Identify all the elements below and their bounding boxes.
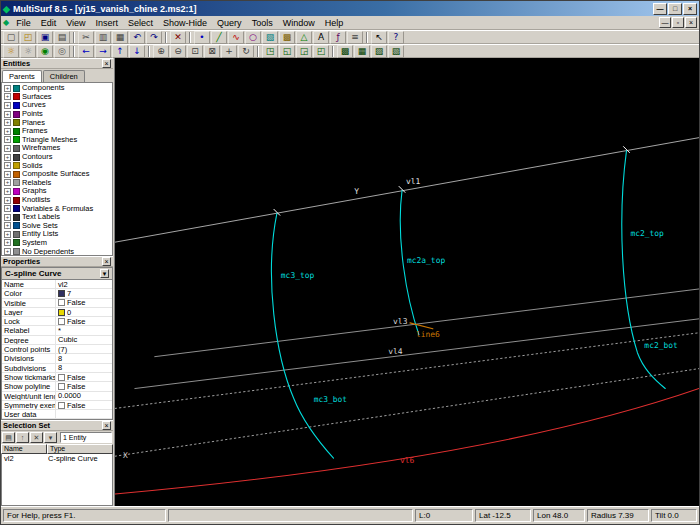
- expand-icon[interactable]: +: [4, 248, 11, 255]
- expand-icon[interactable]: +: [4, 93, 11, 100]
- down-button[interactable]: ↓: [129, 45, 145, 58]
- tree-planes[interactable]: + Planes: [2, 118, 112, 127]
- expand-icon[interactable]: +: [4, 171, 11, 178]
- mesh-view-button[interactable]: ▧: [388, 45, 404, 58]
- hide-all-button[interactable]: ◎: [54, 45, 70, 58]
- expand-icon[interactable]: +: [4, 85, 11, 92]
- tree-components[interactable]: + Components: [2, 84, 112, 93]
- property-value[interactable]: 8: [56, 354, 112, 363]
- select-arrow-button[interactable]: ↖: [371, 31, 387, 44]
- tree-no-dependents[interactable]: + No Dependents: [2, 247, 112, 256]
- column-header-type[interactable]: Type: [47, 444, 113, 454]
- prop-show-polyline[interactable]: Show polyline False: [2, 382, 112, 391]
- expand-icon[interactable]: +: [4, 231, 11, 238]
- expand-icon[interactable]: +: [4, 197, 11, 204]
- tree-surfaces[interactable]: + Surfaces: [2, 93, 112, 102]
- menu-query[interactable]: Query: [212, 17, 247, 29]
- expand-icon[interactable]: +: [4, 188, 11, 195]
- menu-view[interactable]: View: [61, 17, 90, 29]
- tab-children[interactable]: Children: [43, 70, 85, 82]
- menu-window[interactable]: Window: [278, 17, 320, 29]
- checkbox-icon[interactable]: [58, 383, 65, 390]
- prop-divisions[interactable]: Divisions 8: [2, 354, 112, 363]
- text-label-button[interactable]: A: [313, 31, 329, 44]
- prop-user-data[interactable]: User data: [2, 410, 112, 419]
- expand-icon[interactable]: +: [4, 154, 11, 161]
- prop-control-points[interactable]: Control points (7): [2, 345, 112, 354]
- tree-wireframes[interactable]: + Wireframes: [2, 144, 112, 153]
- property-value[interactable]: (7): [56, 345, 112, 354]
- up-button[interactable]: ↑: [112, 45, 128, 58]
- prop-name[interactable]: Name vl2: [2, 280, 112, 289]
- redo-button[interactable]: ↷: [146, 31, 162, 44]
- formula-button[interactable]: ƒ: [330, 31, 346, 44]
- menu-file[interactable]: File: [11, 17, 36, 29]
- doc-close-button[interactable]: ×: [685, 17, 697, 28]
- tree-curves[interactable]: + Curves: [2, 101, 112, 110]
- title-bar[interactable]: ◆ MultiSurf 8.5 - [yj15_vanish_chine 2.m…: [1, 1, 699, 16]
- expand-icon[interactable]: +: [4, 128, 11, 135]
- next-view-button[interactable]: →: [95, 45, 111, 58]
- prop-color[interactable]: Color 7: [2, 289, 112, 298]
- expand-icon[interactable]: +: [4, 239, 11, 246]
- pan-button[interactable]: +: [221, 45, 237, 58]
- prop-symmetry-exempt[interactable]: Symmetry exempt False: [2, 401, 112, 410]
- tree-contours[interactable]: + Contours: [2, 153, 112, 162]
- tree-relabels[interactable]: + Relabels: [2, 179, 112, 188]
- mesh-button[interactable]: △: [296, 31, 312, 44]
- prop-relabel[interactable]: Relabel *: [2, 326, 112, 335]
- property-value[interactable]: False: [56, 317, 112, 326]
- property-value[interactable]: False: [56, 298, 112, 307]
- line-button[interactable]: ╱: [211, 31, 227, 44]
- expand-icon[interactable]: +: [4, 214, 11, 221]
- new-button[interactable]: ▢: [3, 31, 19, 44]
- viewport-3d[interactable]: Y vl1 mc3_top mc2a_top mc2_top mc2_bot m…: [115, 58, 699, 506]
- property-value[interactable]: vl2: [56, 280, 112, 289]
- expand-icon[interactable]: +: [4, 145, 11, 152]
- property-value[interactable]: 0: [56, 308, 112, 317]
- expand-icon[interactable]: +: [4, 111, 11, 118]
- property-value[interactable]: 7: [56, 289, 112, 298]
- shade-button[interactable]: ▨: [371, 45, 387, 58]
- wireframe-button[interactable]: ▦: [354, 45, 370, 58]
- menu-edit[interactable]: Edit: [36, 17, 62, 29]
- property-value[interactable]: False: [56, 373, 112, 382]
- view-front-button[interactable]: ◱: [279, 45, 295, 58]
- expand-icon[interactable]: +: [4, 136, 11, 143]
- tree-graphs[interactable]: + Graphs: [2, 187, 112, 196]
- zoom-window-button[interactable]: ⊡: [187, 45, 203, 58]
- sel-list-button[interactable]: ▤: [2, 432, 15, 443]
- checkbox-icon[interactable]: [58, 402, 65, 409]
- property-value[interactable]: False: [56, 382, 112, 391]
- expand-icon[interactable]: +: [4, 179, 11, 186]
- help-button[interactable]: ?: [388, 31, 404, 44]
- doc-minimize-button[interactable]: —: [659, 17, 671, 28]
- view-top-button[interactable]: ◰: [313, 45, 329, 58]
- checkbox-icon[interactable]: [58, 318, 65, 325]
- property-value[interactable]: 8: [56, 363, 112, 372]
- entity-list-button[interactable]: ≡: [347, 31, 363, 44]
- property-value[interactable]: *: [56, 326, 112, 335]
- menu-tools[interactable]: Tools: [247, 17, 278, 29]
- cut-button[interactable]: ✂: [78, 31, 94, 44]
- expand-icon[interactable]: +: [4, 205, 11, 212]
- sel-up-button[interactable]: ↑: [16, 432, 29, 443]
- prop-layer[interactable]: Layer 0: [2, 308, 112, 317]
- close-button[interactable]: ×: [683, 3, 697, 15]
- menu-show-hide[interactable]: Show-Hide: [158, 17, 212, 29]
- circle-button[interactable]: ○: [245, 31, 261, 44]
- sel-remove-button[interactable]: ✕: [30, 432, 43, 443]
- copy-button[interactable]: ▥: [95, 31, 111, 44]
- maximize-button[interactable]: □: [668, 3, 682, 15]
- minimize-button[interactable]: —: [653, 3, 667, 15]
- sel-dropdown-button[interactable]: ▾: [44, 432, 57, 443]
- properties-close-button[interactable]: ×: [102, 257, 111, 266]
- save-button[interactable]: ▣: [37, 31, 53, 44]
- column-header-name[interactable]: Name: [1, 444, 47, 454]
- expand-icon[interactable]: +: [4, 102, 11, 109]
- tree-composite-surfaces[interactable]: + Composite Surfaces: [2, 170, 112, 179]
- property-value[interactable]: False: [56, 401, 112, 410]
- prop-weight[interactable]: Weight/unit length 0.0000: [2, 392, 112, 401]
- expand-icon[interactable]: +: [4, 119, 11, 126]
- prop-lock[interactable]: Lock False: [2, 317, 112, 326]
